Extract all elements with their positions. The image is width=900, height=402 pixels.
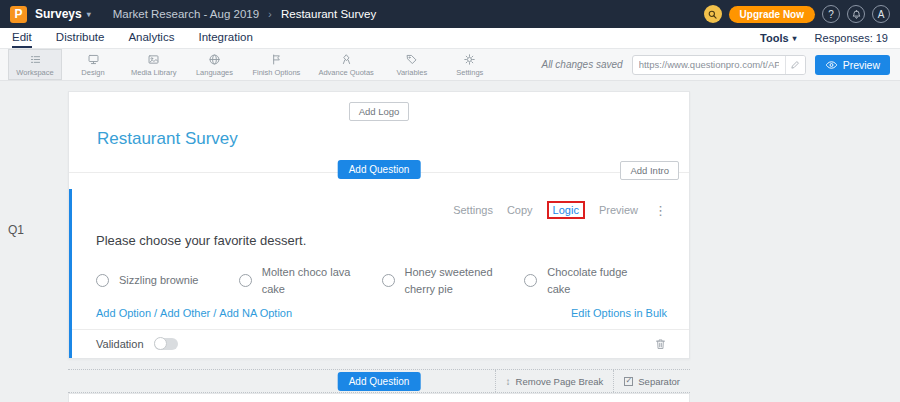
- option-label: Honey sweetened cherry pie: [405, 264, 497, 297]
- option-label: Chocolate fudge cake: [547, 264, 639, 297]
- tool-media-library[interactable]: Media Library: [124, 49, 183, 80]
- answer-options: Sizzling brownie Molten choco lava cake …: [96, 264, 667, 297]
- breadcrumb: Market Research - Aug 2019 › Restaurant …: [113, 8, 376, 20]
- question-logic-link[interactable]: Logic: [553, 204, 579, 216]
- option-molten-choco-lava-cake[interactable]: Molten choco lava cake: [239, 264, 382, 297]
- topbar-actions: Upgrade Now ? A: [704, 5, 890, 23]
- avatar: A: [878, 9, 885, 20]
- tab-integration[interactable]: Integration: [198, 28, 252, 48]
- menu-bar-right: Tools ▾ Responses: 19: [760, 28, 888, 48]
- question-block: Settings Copy Logic Preview ⋮ Please cho…: [69, 189, 689, 358]
- tool-label: Settings: [456, 68, 483, 77]
- radio-icon[interactable]: [96, 274, 109, 287]
- surveys-menu[interactable]: Surveys ▾: [35, 7, 91, 21]
- add-question-button[interactable]: Add Question: [338, 160, 421, 179]
- radio-icon[interactable]: [382, 274, 395, 287]
- breadcrumb-folder[interactable]: Market Research - Aug 2019: [113, 8, 259, 20]
- add-option-link[interactable]: Add Option: [96, 307, 151, 319]
- question-actions: Settings Copy Logic Preview ⋮: [96, 201, 667, 219]
- responses-count[interactable]: Responses: 19: [815, 32, 888, 44]
- globe-icon: [208, 53, 221, 66]
- add-intro-button[interactable]: Add Intro: [620, 161, 679, 180]
- survey-canvas: Q1 Add Logo Restaurant Survey Add Questi…: [0, 81, 900, 402]
- delete-question-button[interactable]: [654, 337, 667, 351]
- option-label: Molten choco lava cake: [262, 264, 354, 297]
- upgrade-now-button[interactable]: Upgrade Now: [729, 6, 815, 23]
- question-copy-link[interactable]: Copy: [507, 204, 533, 216]
- survey-page-card: Add Logo Restaurant Survey Add Question …: [68, 91, 690, 359]
- breadcrumb-survey-name[interactable]: Restaurant Survey: [281, 8, 376, 20]
- more-options-icon[interactable]: ⋮: [654, 203, 667, 218]
- page-break-controls: ↕ Remove Page Break ✓ Separator: [495, 370, 690, 392]
- survey-title[interactable]: Restaurant Survey: [97, 129, 689, 149]
- radio-icon[interactable]: [524, 274, 537, 287]
- link-separator: /: [213, 307, 216, 319]
- tool-label: Advance Quotas: [318, 68, 373, 77]
- tool-workspace[interactable]: Workspace: [8, 49, 62, 80]
- toggle-knob: [154, 337, 167, 350]
- questionpro-logo[interactable]: P: [10, 6, 27, 23]
- tab-edit[interactable]: Edit: [12, 28, 32, 48]
- remove-page-break-label: Remove Page Break: [516, 376, 604, 387]
- tab-distribute[interactable]: Distribute: [56, 28, 105, 48]
- question-text[interactable]: Please choose your favorite dessert.: [96, 233, 667, 248]
- account-button[interactable]: A: [872, 5, 890, 23]
- tool-design[interactable]: Design: [66, 49, 120, 80]
- tool-label: Variables: [396, 68, 427, 77]
- option-links-row: Add Option / Add Other / Add NA Option E…: [96, 307, 667, 319]
- remove-page-break-link[interactable]: ↕ Remove Page Break: [495, 370, 614, 392]
- link-separator: /: [154, 307, 157, 319]
- autosave-status: All changes saved: [541, 59, 622, 70]
- tool-label: Media Library: [131, 68, 176, 77]
- bell-icon: [851, 9, 862, 20]
- add-logo-button[interactable]: Add Logo: [349, 102, 410, 121]
- option-sizzling-brownie[interactable]: Sizzling brownie: [96, 264, 239, 297]
- validation-row: Validation: [72, 329, 689, 358]
- separator-toggle[interactable]: ✓ Separator: [613, 370, 690, 392]
- surveys-menu-label: Surveys: [35, 7, 82, 21]
- page-break-icon: ↕: [506, 376, 511, 387]
- option-chocolate-fudge-cake[interactable]: Chocolate fudge cake: [524, 264, 667, 297]
- tool-variables[interactable]: Variables: [385, 49, 439, 80]
- tool-advance-quotas[interactable]: Advance Quotas: [311, 49, 380, 80]
- gear-icon: [463, 53, 476, 66]
- tab-analytics[interactable]: Analytics: [128, 28, 174, 48]
- questionpro-survey-editor: P Surveys ▾ Market Research - Aug 2019 ›…: [0, 0, 900, 402]
- chevron-down-icon: ▾: [87, 10, 91, 19]
- flag-icon: [270, 53, 283, 66]
- add-other-link[interactable]: Add Other: [160, 307, 210, 319]
- option-honey-sweetened-cherry-pie[interactable]: Honey sweetened cherry pie: [382, 264, 525, 297]
- validation-label: Validation: [96, 338, 144, 350]
- workspace-icon: [29, 53, 42, 66]
- trash-icon: [654, 337, 667, 351]
- tool-languages[interactable]: Languages: [187, 49, 241, 80]
- search-icon: [707, 9, 718, 20]
- edit-url-button[interactable]: [785, 56, 805, 74]
- add-logo-row: Add Logo: [69, 92, 689, 121]
- logic-highlight-box: Logic: [547, 201, 585, 219]
- menu-bar: Edit Distribute Analytics Integration To…: [0, 28, 900, 49]
- tool-settings[interactable]: Settings: [443, 49, 497, 80]
- help-button[interactable]: ?: [822, 5, 840, 23]
- validation-toggle[interactable]: [154, 338, 178, 350]
- edit-options-in-bulk-link[interactable]: Edit Options in Bulk: [571, 307, 667, 319]
- radio-icon[interactable]: [239, 274, 252, 287]
- preview-button[interactable]: Preview: [815, 55, 890, 75]
- tag-icon: [405, 53, 418, 66]
- top-bar: P Surveys ▾ Market Research - Aug 2019 ›…: [0, 0, 900, 28]
- media-library-icon: [147, 53, 160, 66]
- pencil-icon: [790, 60, 800, 70]
- question-preview-link[interactable]: Preview: [599, 204, 638, 216]
- editor-toolbar: Workspace Design Media Library Languages…: [0, 49, 900, 81]
- question-settings-link[interactable]: Settings: [453, 204, 493, 216]
- add-question-button-pagebreak[interactable]: Add Question: [338, 372, 421, 391]
- add-na-option-link[interactable]: Add NA Option: [219, 307, 292, 319]
- tool-finish-options[interactable]: Finish Options: [245, 49, 307, 80]
- tools-menu[interactable]: Tools ▾: [760, 32, 797, 44]
- search-button[interactable]: [704, 5, 722, 23]
- notifications-button[interactable]: [847, 5, 865, 23]
- survey-url-input[interactable]: [633, 59, 785, 70]
- eye-icon: [825, 60, 838, 70]
- add-question-row: Add Question Add Intro: [69, 159, 689, 185]
- tools-menu-label: Tools: [760, 32, 789, 44]
